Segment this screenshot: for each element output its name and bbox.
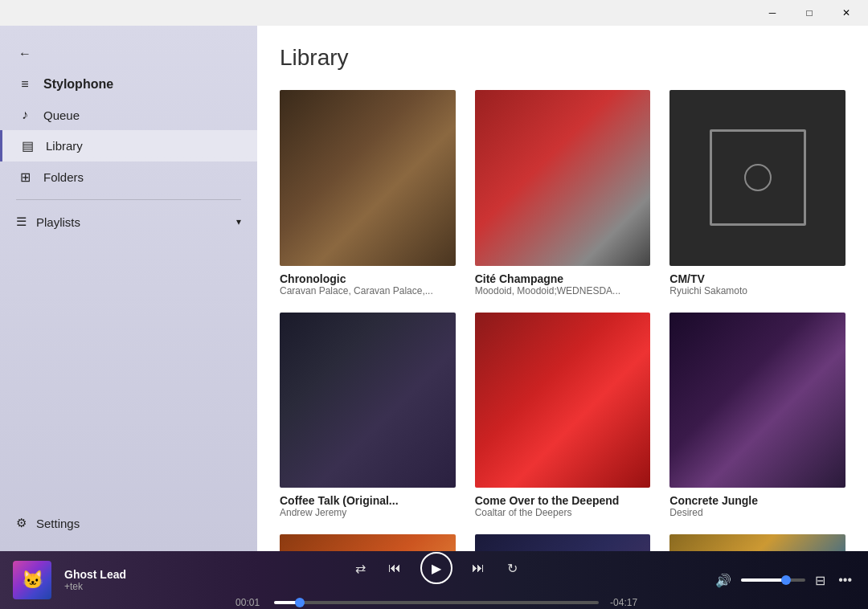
now-playing-info: Ghost Lead +tek [64, 568, 161, 592]
album-art-cite [475, 90, 651, 266]
album-card-chronologic[interactable]: Chronologic Caravan Palace, Caravan Pala… [280, 90, 456, 296]
minimize-button[interactable]: ─ [754, 0, 791, 26]
sidebar-item-library[interactable]: ▤ Library [0, 130, 257, 161]
app-container: ← ≡ Stylophone ♪ Queue ▤ Library ⊞ Folde… [0, 26, 868, 551]
progress-bar-container: 00:01 -04:17 [235, 597, 637, 608]
album-art-bottom1 [280, 534, 456, 551]
album-name-2: CM/TV [669, 272, 845, 285]
album-art-chronologic [280, 90, 456, 266]
close-button[interactable]: ✕ [828, 0, 865, 26]
maximize-button[interactable]: □ [791, 0, 828, 26]
album-artist-5: Desired [669, 507, 845, 518]
prev-button[interactable]: ⏮ [385, 558, 404, 578]
volume-thumb [781, 575, 791, 585]
album-card-bottom1[interactable] [280, 534, 456, 551]
main-content: Library Chronologic Caravan Palace, Cara… [257, 26, 868, 551]
sidebar: ← ≡ Stylophone ♪ Queue ▤ Library ⊞ Folde… [0, 26, 257, 551]
next-button[interactable]: ⏭ [469, 558, 488, 578]
back-icon: ← [16, 47, 34, 61]
album-card-come-over[interactable]: Come Over to the Deepend Coaltar of the … [475, 313, 651, 519]
album-art-bottom3 [669, 534, 845, 551]
sidebar-app-name: ≡ Stylophone [0, 69, 257, 100]
album-card-coffee-talk[interactable]: Coffee Talk (Original... Andrew Jeremy [280, 313, 456, 519]
album-name-4: Come Over to the Deepend [475, 494, 651, 507]
queue-label: Queue [43, 108, 80, 122]
folders-label: Folders [43, 170, 84, 184]
now-playing-right: 🔊 ⊟ ••• [712, 570, 855, 591]
sidebar-divider [16, 199, 241, 200]
album-name-0: Chronologic [280, 272, 456, 285]
sidebar-item-playlists[interactable]: ☰ Playlists ▾ [0, 206, 257, 237]
miniplayer-button[interactable]: ⊟ [812, 570, 829, 591]
app-name-label: Stylophone [43, 77, 113, 92]
album-artist-4: Coaltar of the Deepers [475, 507, 651, 518]
play-pause-button[interactable]: ▶ [420, 552, 452, 584]
sidebar-spacer [0, 237, 257, 508]
album-card-cmtv[interactable]: CM/TV Ryuichi Sakamoto [669, 90, 845, 296]
volume-fill [741, 578, 786, 582]
cmtv-frame [710, 129, 806, 226]
album-card-concrete-jungle[interactable]: Concrete Jungle Desired [669, 313, 845, 519]
album-card-bottom2[interactable] [475, 534, 651, 551]
album-art-concrete [669, 313, 845, 488]
repeat-button[interactable]: ↻ [504, 558, 521, 579]
folders-icon: ⊞ [16, 170, 34, 185]
cmtv-dot [744, 164, 772, 191]
back-button[interactable]: ← [0, 39, 257, 69]
playback-buttons: ⇄ ⏮ ▶ ⏭ ↻ [352, 552, 521, 584]
np-avatar-icon: 🐱 [22, 570, 43, 591]
chevron-down-icon: ▾ [236, 216, 241, 227]
titlebar: ─ □ ✕ [0, 0, 868, 26]
album-name-3: Coffee Talk (Original... [280, 494, 456, 507]
album-name-1: Cité Champagne [475, 272, 651, 285]
progress-thumb [295, 598, 305, 607]
album-art-come-over [475, 313, 651, 488]
shuffle-button[interactable]: ⇄ [352, 558, 369, 579]
volume-bar[interactable] [741, 578, 805, 582]
hamburger-icon: ≡ [16, 77, 34, 92]
sidebar-item-queue[interactable]: ♪ Queue [0, 100, 257, 130]
now-playing-title: Ghost Lead [64, 568, 161, 581]
album-card-bottom3[interactable] [669, 534, 845, 551]
album-artist-2: Ryuichi Sakamoto [669, 285, 845, 296]
library-label: Library [46, 139, 83, 153]
playlists-icon: ☰ [16, 215, 27, 229]
album-card-cite-champagne[interactable]: Cité Champagne Moodoid, Moodoid;WEDNESDA… [475, 90, 651, 296]
album-art-cmtv [669, 90, 845, 266]
album-grid: Chronologic Caravan Palace, Caravan Pala… [280, 90, 845, 551]
time-remaining: -04:17 [605, 597, 637, 608]
playlists-label: Playlists [36, 215, 80, 229]
album-name-5: Concrete Jungle [669, 494, 845, 507]
sidebar-item-settings[interactable]: ⚙ Settings [0, 508, 257, 538]
now-playing-artist: +tek [64, 581, 161, 592]
now-playing-bar: 🐱 Ghost Lead +tek ⇄ ⏮ ▶ ⏭ ↻ 00:01 -04:17… [0, 551, 868, 609]
sidebar-item-folders[interactable]: ⊞ Folders [0, 161, 257, 193]
more-options-button[interactable]: ••• [835, 570, 855, 591]
settings-icon: ⚙ [16, 516, 27, 530]
page-title: Library [280, 45, 845, 71]
time-current: 00:01 [235, 597, 268, 608]
album-art-bottom2 [475, 534, 651, 551]
now-playing-controls: ⇄ ⏮ ▶ ⏭ ↻ 00:01 -04:17 [174, 552, 699, 608]
album-artist-1: Moodoid, Moodoid;WEDNESDA... [475, 285, 651, 296]
queue-icon: ♪ [16, 108, 34, 122]
album-artist-0: Caravan Palace, Caravan Palace,... [280, 285, 456, 296]
settings-label: Settings [36, 517, 80, 530]
album-artist-3: Andrew Jeremy [280, 507, 456, 518]
now-playing-album-art: 🐱 [13, 561, 51, 599]
volume-button[interactable]: 🔊 [712, 570, 735, 591]
library-icon: ▤ [18, 138, 36, 153]
progress-bar[interactable] [274, 601, 599, 604]
album-art-coffee [280, 313, 456, 488]
